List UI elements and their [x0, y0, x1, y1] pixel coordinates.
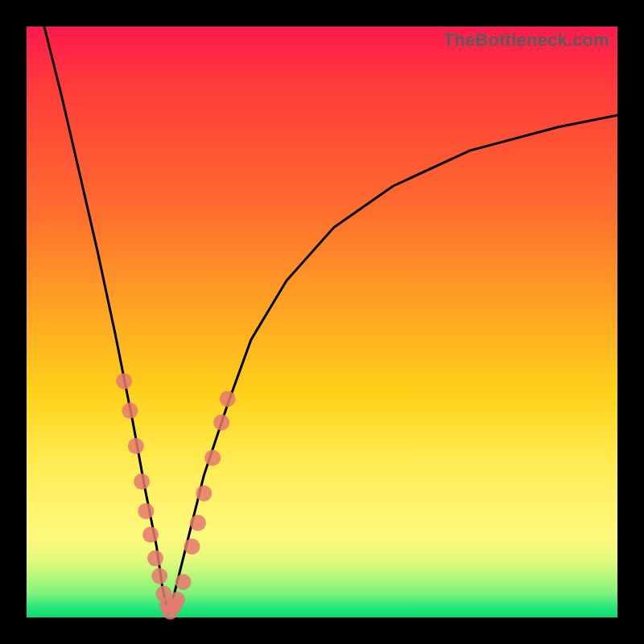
sample-marker — [204, 450, 221, 466]
sample-marker — [196, 485, 212, 502]
sample-marker — [138, 503, 154, 519]
sample-marker — [175, 574, 192, 590]
sample-marker — [142, 526, 159, 543]
sample-marker — [213, 415, 229, 431]
sample-marker — [169, 592, 185, 608]
outer-frame: TheBottleneck.com — [0, 0, 644, 644]
marker-group — [116, 373, 236, 619]
bottleneck-curve — [44, 27, 617, 612]
sample-marker — [151, 568, 167, 584]
sample-marker — [220, 390, 236, 407]
sample-marker — [190, 515, 206, 531]
sample-marker — [134, 473, 150, 489]
sample-marker — [184, 539, 200, 555]
chart-svg — [27, 27, 617, 617]
sample-marker — [147, 551, 163, 567]
sample-marker — [116, 373, 132, 389]
sample-marker — [128, 438, 144, 454]
plot-area: TheBottleneck.com — [27, 27, 617, 617]
sample-marker — [122, 402, 138, 419]
